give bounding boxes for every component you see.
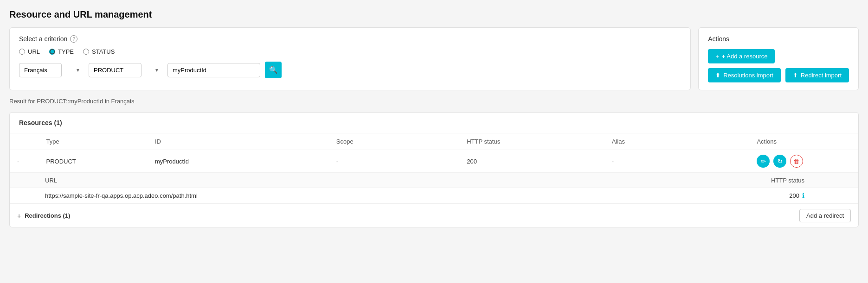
- radio-status[interactable]: STATUS: [83, 48, 115, 55]
- add-redirect-button[interactable]: Add a redirect: [799, 209, 851, 222]
- radio-type-label: TYPE: [58, 48, 74, 55]
- edit-button[interactable]: ✏: [757, 155, 770, 168]
- http-status-value: 200: [467, 158, 477, 165]
- id-input[interactable]: [167, 63, 260, 77]
- type-chevron-icon: ▼: [154, 68, 159, 73]
- url-subtable-cell: URL HTTP status https://sample-site-fr-q…: [10, 173, 858, 204]
- page-title: Resource and URL management: [9, 9, 859, 20]
- redirections-label: Redirections (1): [25, 212, 70, 219]
- plus-expand-icon[interactable]: +: [17, 212, 21, 220]
- resolutions-import-icon: ⬆: [715, 72, 720, 79]
- import-buttons-row: ⬆ Resolutions import ⬆ Redirect import: [708, 68, 849, 82]
- redirections-cell: + Redirections (1) Add a redirect: [10, 204, 858, 227]
- language-select-wrap: Français English Deutsch ▼: [19, 63, 84, 77]
- plus-icon: +: [715, 53, 719, 60]
- url-row-pad: [812, 188, 858, 203]
- table-row: - PRODUCT myProductId - 200: [10, 150, 858, 173]
- url-http-status-value: 200: [789, 192, 799, 199]
- resources-table-wrap: Type ID Scope HTTP status Alias Actions …: [10, 133, 858, 227]
- main-content: Resources (1) Type ID Scope HTTP status …: [9, 112, 859, 227]
- id-cell: myProductId: [148, 150, 329, 173]
- url-th-empty: [10, 173, 38, 188]
- url-table-header: URL HTTP status: [10, 173, 858, 188]
- search-icon: 🔍: [269, 66, 278, 74]
- radio-url-input[interactable]: [19, 49, 25, 55]
- th-expand: [10, 133, 39, 150]
- delete-icon: 🗑: [793, 158, 799, 165]
- expand-cell: -: [10, 150, 39, 173]
- radio-type[interactable]: TYPE: [49, 48, 74, 55]
- radio-url[interactable]: URL: [19, 48, 40, 55]
- table-header: Type ID Scope HTTP status Alias Actions: [10, 133, 858, 150]
- radio-status-label: STATUS: [92, 48, 115, 55]
- url-th-url: URL: [38, 173, 719, 188]
- th-type: Type: [39, 133, 148, 150]
- top-section: Select a criterion ? URL TYPE STATUS: [9, 27, 859, 90]
- http-status-cell: 200: [459, 150, 604, 173]
- url-http-status-cell: 200 ℹ: [719, 188, 812, 203]
- redirect-import-label: Redirect import: [801, 72, 842, 79]
- language-select[interactable]: Français English Deutsch: [19, 63, 62, 77]
- url-row-empty: [10, 188, 38, 203]
- result-text: Result for PRODUCT::myProductId in Franç…: [9, 98, 859, 105]
- url-http-status-wrapper: 200 ℹ: [727, 192, 804, 199]
- alias-cell: -: [604, 150, 750, 173]
- info-icon[interactable]: ℹ: [802, 192, 804, 199]
- add-resource-label: + Add a resource: [722, 53, 768, 60]
- resources-heading: Resources (1): [10, 113, 858, 133]
- table-body: - PRODUCT myProductId - 200: [10, 150, 858, 227]
- actions-title: Actions: [708, 35, 849, 43]
- radio-type-input[interactable]: [49, 49, 55, 55]
- th-http-status: HTTP status: [459, 133, 604, 150]
- scope-value: -: [336, 158, 338, 165]
- help-icon[interactable]: ?: [70, 35, 77, 43]
- redirections-container: + Redirections (1) Add a redirect: [10, 204, 858, 227]
- type-cell: PRODUCT: [39, 150, 148, 173]
- redirect-import-button[interactable]: ⬆ Redirect import: [785, 68, 849, 82]
- alias-value: -: [612, 158, 614, 165]
- resources-table: Type ID Scope HTTP status Alias Actions …: [10, 133, 858, 227]
- id-value: myProductId: [155, 158, 189, 165]
- collapse-icon[interactable]: -: [17, 158, 19, 165]
- refresh-icon: ↻: [778, 158, 783, 165]
- redirect-import-icon: ⬆: [793, 72, 798, 79]
- th-alias: Alias: [604, 133, 750, 150]
- th-id: ID: [148, 133, 329, 150]
- add-resource-button[interactable]: + + Add a resource: [708, 49, 775, 63]
- type-select[interactable]: PRODUCT CATEGORY PAGE: [89, 63, 141, 77]
- url-th-pad: [812, 173, 858, 188]
- scope-cell: -: [329, 150, 459, 173]
- redirections-row: + Redirections (1) Add a redirect: [10, 204, 858, 227]
- type-select-wrap: PRODUCT CATEGORY PAGE ▼: [89, 63, 163, 77]
- action-buttons: + + Add a resource ⬆ Resolutions import …: [708, 49, 849, 82]
- lang-chevron-icon: ▼: [76, 68, 80, 73]
- url-th-http: HTTP status: [719, 173, 812, 188]
- url-table-body: https://sample-site-fr-qa.apps.op.acp.ad…: [10, 188, 858, 203]
- actions-cell: ✏ ↻ 🗑: [749, 150, 858, 173]
- url-value: https://sample-site-fr-qa.apps.op.acp.ad…: [38, 188, 719, 203]
- url-subtable-row: URL HTTP status https://sample-site-fr-q…: [10, 173, 858, 204]
- radio-url-label: URL: [28, 48, 40, 55]
- url-table: URL HTTP status https://sample-site-fr-q…: [10, 173, 858, 203]
- radio-status-input[interactable]: [83, 49, 89, 55]
- type-value: PRODUCT: [46, 158, 76, 165]
- edit-icon: ✏: [761, 158, 766, 165]
- th-actions: Actions: [749, 133, 858, 150]
- criterion-panel: Select a criterion ? URL TYPE STATUS: [9, 27, 691, 90]
- criterion-title: Select a criterion ?: [19, 35, 681, 43]
- th-scope: Scope: [329, 133, 459, 150]
- criterion-label: Select a criterion: [19, 35, 67, 43]
- page-container: Resource and URL management Select a cri…: [0, 0, 868, 237]
- resolutions-import-button[interactable]: ⬆ Resolutions import: [708, 68, 781, 82]
- redirections-left: + Redirections (1): [17, 212, 70, 220]
- filter-row: Français English Deutsch ▼ PRODUCT CATEG…: [19, 62, 681, 78]
- url-table-row: https://sample-site-fr-qa.apps.op.acp.ad…: [10, 188, 858, 203]
- actions-panel: Actions + + Add a resource ⬆ Resolutions…: [698, 27, 859, 90]
- radio-group: URL TYPE STATUS: [19, 48, 681, 55]
- delete-button[interactable]: 🗑: [790, 155, 803, 168]
- search-button[interactable]: 🔍: [265, 62, 282, 78]
- resolutions-import-label: Resolutions import: [723, 72, 773, 79]
- refresh-button[interactable]: ↻: [773, 155, 786, 168]
